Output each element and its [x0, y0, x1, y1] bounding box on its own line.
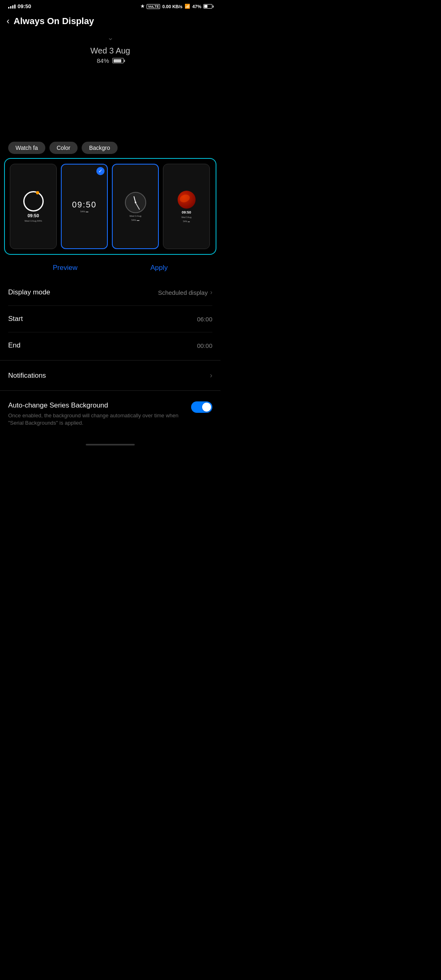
battery-icon [203, 4, 212, 9]
preview-date: Wed 3 Aug [90, 46, 130, 56]
action-buttons: Preview Apply [0, 256, 220, 279]
chevron-down-icon: ⌄ [107, 33, 114, 42]
signal-icon [8, 4, 16, 9]
toggle-knob [202, 403, 211, 412]
watch-face-card-3[interactable]: Wed 3 Aug 54% ▬ [112, 164, 159, 249]
auto-change-toggle[interactable] [191, 401, 212, 413]
header: ‹ Always On Display [0, 11, 220, 33]
preview-button[interactable]: Preview [53, 264, 77, 272]
wifi-icon: 📶 [185, 4, 190, 9]
time-display: 09:50 [18, 3, 31, 9]
divider-1 [0, 360, 220, 361]
preview-area: ⌄ Wed 3 Aug 84% [0, 33, 220, 72]
page-title: Always On Display [13, 16, 94, 27]
bottom-nav-bar [86, 444, 135, 445]
status-bar: 09:50 ★ VoLTE 0.00 KB/s 📶 47% [0, 0, 220, 11]
wf4-time: 09:50 [182, 210, 191, 214]
end-value: 00:00 [197, 342, 212, 349]
preview-battery-percent: 84% [97, 57, 109, 64]
chevron-right-icon: › [210, 289, 212, 296]
wf3-info: 54% ▬ [131, 219, 140, 221]
watch-face-card-2[interactable]: ✓ 09:50 54% ▬ [61, 164, 108, 249]
notifications-section: Notifications › [0, 362, 220, 389]
preview-battery-row: 84% [97, 57, 124, 64]
wf4-date: Wed 3 Aug [181, 216, 191, 218]
display-mode-value: Scheduled display [158, 289, 208, 296]
category-tabs: Watch fa Color Backgro [0, 142, 220, 154]
selected-checkmark: ✓ [96, 167, 105, 175]
notifications-row[interactable]: Notifications › [8, 362, 212, 389]
volte-icon: VoLTE [147, 4, 160, 9]
tab-background[interactable]: Backgro [82, 142, 117, 154]
battery-percent: 47% [192, 4, 201, 9]
divider-2 [0, 390, 220, 391]
notifications-chevron-icon: › [210, 371, 212, 380]
back-button[interactable]: ‹ [7, 16, 9, 27]
watch-face-card-1[interactable]: 09:50 Wed 3 Aug 84% [10, 164, 57, 249]
watch-face-card-4[interactable]: 09:50 Wed 3 Aug 54% ▬ [163, 164, 210, 249]
start-label: Start [8, 315, 23, 323]
preview-battery-bar [112, 58, 124, 63]
auto-change-title: Auto-change Series Background [8, 401, 183, 410]
network-speed: 0.00 KB/s [162, 4, 183, 9]
wf2-time: 09:50 [72, 200, 96, 209]
notifications-label: Notifications [8, 372, 46, 380]
apply-button[interactable]: Apply [150, 264, 168, 272]
bluetooth-icon: ★ [140, 4, 145, 9]
start-value: 06:00 [197, 316, 212, 323]
wf4-info: 54% ▬ [183, 220, 189, 223]
wf2-info: 54% ▬ [80, 210, 89, 213]
display-mode-row[interactable]: Display mode Scheduled display › [8, 279, 212, 306]
settings-section: Display mode Scheduled display › Start 0… [0, 279, 220, 359]
wf3-date: Wed 3 Aug [129, 215, 141, 217]
globe-icon [178, 191, 196, 209]
tab-watch-face[interactable]: Watch fa [8, 142, 45, 154]
analog-clock-icon [125, 192, 146, 213]
auto-change-desc: Once enabled, the background will change… [8, 412, 183, 427]
wf1-info: Wed 3 Aug 84% [24, 220, 42, 222]
start-row[interactable]: Start 06:00 [8, 306, 212, 332]
auto-change-row: Auto-change Series Background Once enabl… [0, 392, 220, 436]
ring-icon [23, 191, 44, 212]
end-row[interactable]: End 00:00 [8, 332, 212, 359]
display-mode-label: Display mode [8, 288, 50, 296]
tab-color[interactable]: Color [49, 142, 78, 154]
end-label: End [8, 341, 20, 350]
wf1-time: 09:50 [27, 213, 39, 218]
watch-face-carousel: 09:50 Wed 3 Aug 84% ✓ 09:50 54% ▬ Wed 3 … [4, 158, 216, 255]
